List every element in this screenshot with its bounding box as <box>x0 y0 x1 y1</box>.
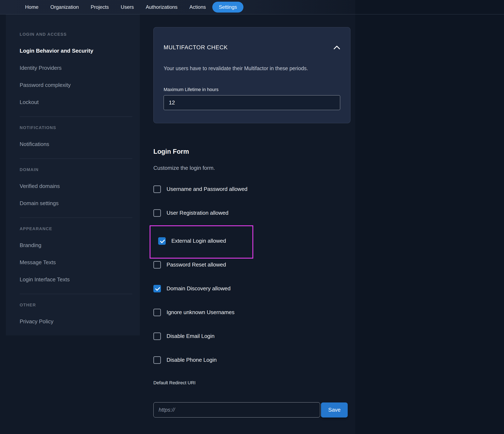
sidebar-section-header: OTHER <box>20 302 132 307</box>
sidebar-section: APPEARANCE BrandingMessage TextsLogin In… <box>20 226 132 294</box>
chevron-up-icon <box>333 45 340 50</box>
sidebar-section-header: NOTIFICATIONS <box>20 125 132 130</box>
sidebar-item[interactable]: Lockout <box>20 99 132 105</box>
sidebar-item[interactable]: Identity Providers <box>20 65 132 71</box>
sidebar-section-items: Privacy Policy <box>20 318 132 325</box>
nav-item-settings-active[interactable]: Settings <box>212 2 243 13</box>
checkbox[interactable] <box>153 186 161 193</box>
sidebar-divider <box>20 159 132 159</box>
login-form-title: Login Form <box>153 148 351 155</box>
checkbox-label: Disable Email Login <box>167 333 215 339</box>
nav-item[interactable]: Authorizations <box>146 4 177 10</box>
checkbox-label: Ignore unknown Usernames <box>167 309 234 316</box>
sidebar-item[interactable]: Privacy Policy <box>20 318 132 325</box>
redirect-uri-input[interactable] <box>153 402 320 417</box>
sidebar-item[interactable]: Branding <box>20 242 132 248</box>
checkbox-label: Disable Phone Login <box>167 357 217 363</box>
top-navigation-bar: HomeOrganizationProjectsUsersAuthorizati… <box>0 0 504 14</box>
settings-sidebar: LOGIN AND ACCESS Login Behavior and Secu… <box>6 14 140 336</box>
checkbox-label: Username and Password allowed <box>167 186 247 192</box>
settings-content: MULTIFACTOR CHECK Your users have to rev… <box>153 14 351 417</box>
lifetime-input[interactable] <box>164 95 340 110</box>
login-form-option-row[interactable]: External Login allowed <box>150 225 253 258</box>
login-form-option-row[interactable]: Ignore unknown Usernames <box>153 309 351 316</box>
save-button[interactable]: Save <box>321 402 348 417</box>
login-form-option-row[interactable]: Domain Discovery allowed <box>153 285 351 292</box>
sidebar-item[interactable]: Password complexity <box>20 82 132 88</box>
sidebar-section: NOTIFICATIONS Notifications <box>20 125 132 159</box>
checkbox[interactable] <box>153 333 161 340</box>
nav-items: HomeOrganizationProjectsUsersAuthorizati… <box>25 4 206 10</box>
main-nav: HomeOrganizationProjectsUsersAuthorizati… <box>25 0 243 14</box>
sidebar-section: OTHER Privacy Policy <box>20 302 132 325</box>
login-form-option-row[interactable]: Username and Password allowed <box>153 186 351 193</box>
sidebar-section-header: LOGIN AND ACCESS <box>20 32 132 37</box>
collapse-card-button[interactable] <box>333 45 340 50</box>
checkbox[interactable] <box>153 356 161 364</box>
multifactor-card-title: MULTIFACTOR CHECK <box>164 44 228 51</box>
nav-item[interactable]: Users <box>121 4 134 10</box>
multifactor-card-description: Your users have to revalidate their Mult… <box>164 65 340 71</box>
nav-item[interactable]: Actions <box>189 4 206 10</box>
checkbox-label: Password Reset allowed <box>167 261 226 268</box>
sidebar-item[interactable]: Domain settings <box>20 200 132 206</box>
login-form-subtitle: Customize the login form. <box>153 165 351 171</box>
sidebar-section-items: Verified domainsDomain settings <box>20 183 132 206</box>
sidebar-divider <box>20 218 132 218</box>
sidebar-section-items: BrandingMessage TextsLogin Interface Tex… <box>20 242 132 283</box>
sidebar-section: DOMAIN Verified domainsDomain settings <box>20 167 132 218</box>
lifetime-field-label: Maximum Lifetime in hours <box>164 87 340 92</box>
login-form-option-row[interactable]: User Registration allowed <box>153 209 351 217</box>
checkbox[interactable] <box>158 237 166 245</box>
login-form-option-row[interactable]: Disable Email Login <box>153 333 351 340</box>
multifactor-check-card: MULTIFACTOR CHECK Your users have to rev… <box>153 27 351 123</box>
sidebar-section-header: APPEARANCE <box>20 226 132 231</box>
nav-item[interactable]: Projects <box>91 4 109 10</box>
sidebar-section: LOGIN AND ACCESS Login Behavior and Secu… <box>20 32 132 117</box>
sidebar-item[interactable]: Login Behavior and Security <box>20 48 132 54</box>
checkbox-label: Domain Discovery allowed <box>167 285 231 292</box>
checkbox[interactable] <box>153 309 161 316</box>
sidebar-item[interactable]: Message Texts <box>20 259 132 266</box>
redirect-uri-label: Default Redirect URI <box>153 380 351 386</box>
sidebar-section-items: Notifications <box>20 141 132 147</box>
login-form-option-row[interactable]: Disable Phone Login <box>153 356 351 364</box>
login-form-option-row[interactable]: Password Reset allowed <box>153 261 351 269</box>
checkbox-label: External Login allowed <box>171 238 226 244</box>
login-form-options: Username and Password allowed User Regis… <box>153 186 351 364</box>
sidebar-divider <box>20 116 132 117</box>
sidebar-section-header: DOMAIN <box>20 167 132 172</box>
checkbox[interactable] <box>153 285 161 292</box>
checkbox-label: User Registration allowed <box>167 210 228 216</box>
nav-item[interactable]: Organization <box>50 4 79 10</box>
sidebar-section-items: Login Behavior and SecurityIdentity Prov… <box>20 48 132 105</box>
sidebar-item[interactable]: Verified domains <box>20 183 132 189</box>
sidebar-item[interactable]: Login Interface Texts <box>20 276 132 283</box>
nav-item[interactable]: Home <box>25 4 38 10</box>
sidebar-item[interactable]: Notifications <box>20 141 132 147</box>
checkbox[interactable] <box>153 261 161 269</box>
checkbox[interactable] <box>153 209 161 217</box>
